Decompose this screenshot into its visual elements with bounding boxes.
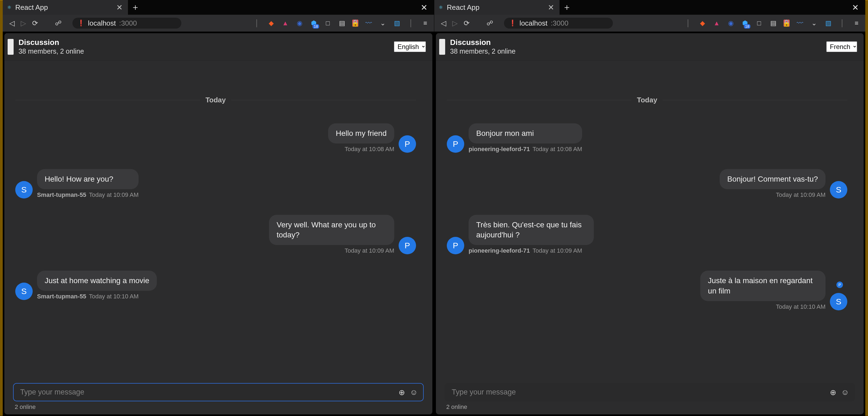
- message-meta: pioneering-leeford-71Today at 10:09 AM: [469, 247, 594, 254]
- url-host: localhost: [520, 19, 548, 28]
- hamburger-menu-button[interactable]: ≡: [422, 19, 429, 27]
- chat-header: Discussion 38 members, 2 online English: [4, 33, 432, 60]
- drag-handle-icon[interactable]: [439, 39, 445, 55]
- nav-forward-button[interactable]: ▷: [19, 18, 28, 29]
- message-meta: Today at 10:09 AM: [776, 191, 826, 198]
- close-window-button[interactable]: ✕: [421, 3, 428, 12]
- language-select[interactable]: English: [394, 41, 426, 52]
- attachment-button[interactable]: ⊕: [830, 388, 836, 397]
- drag-handle-icon[interactable]: [8, 39, 13, 55]
- vbar-icon-2: │: [839, 19, 846, 27]
- avatar[interactable]: S: [15, 283, 33, 300]
- message-bubble[interactable]: Bonjour mon ami: [469, 123, 582, 143]
- titlebar: ⚛ React App ✕ ＋ ✕: [3, 0, 434, 15]
- message-input[interactable]: [445, 384, 855, 401]
- language-select[interactable]: French: [826, 41, 857, 52]
- site-warning-icon: ❗: [509, 20, 516, 27]
- message-row: SJust at home watching a movieSmart-tupm…: [15, 270, 416, 300]
- message-author: pioneering-leeford-71: [469, 146, 530, 153]
- message-meta: Today at 10:09 AM: [345, 247, 394, 254]
- bookmark-button[interactable]: ☍: [53, 18, 63, 29]
- navbar: ◁ ▷ ⟳ ☍ ❗ localhost:3000 │ ◆ ▲ ◉ ⬢ □ ▤ 🔒…: [3, 15, 434, 32]
- browser-tab[interactable]: ⚛ React App ✕: [434, 0, 560, 15]
- picture-icon[interactable]: ▧: [825, 19, 832, 27]
- doc-icon[interactable]: ▤: [769, 19, 777, 27]
- nav-back-button[interactable]: ◁: [439, 18, 448, 29]
- avatar[interactable]: P: [447, 237, 464, 254]
- avatar[interactable]: S: [15, 181, 33, 198]
- close-tab-button[interactable]: ✕: [548, 3, 554, 12]
- triangle-icon[interactable]: ▲: [282, 19, 289, 27]
- bookmark-button[interactable]: ☍: [485, 18, 495, 29]
- url-port: :3000: [119, 19, 137, 28]
- online-count: 2 online: [13, 404, 424, 411]
- message-author: Smart-tupman-55: [37, 293, 86, 300]
- hamburger-menu-button[interactable]: ≡: [853, 19, 860, 27]
- wave-icon[interactable]: 〰: [365, 19, 372, 27]
- message-row: PBonjour mon amipioneering-leeford-71Tod…: [447, 123, 847, 153]
- tab-title: React App: [15, 3, 113, 12]
- notion-icon[interactable]: □: [755, 19, 763, 27]
- message-bubble[interactable]: Juste à la maison en regardant un film: [700, 270, 826, 301]
- vbar-icon-2: │: [407, 19, 415, 27]
- nav-forward-button[interactable]: ▷: [451, 18, 459, 29]
- new-tab-button[interactable]: ＋: [560, 0, 574, 15]
- avatar[interactable]: P: [399, 135, 416, 153]
- message-time: Today at 10:10 AM: [89, 293, 138, 300]
- shield-icon[interactable]: ◉: [296, 19, 303, 27]
- picture-icon[interactable]: ▧: [393, 19, 401, 27]
- attachment-button[interactable]: ⊕: [399, 388, 405, 397]
- site-warning-icon: ❗: [77, 20, 85, 27]
- avatar[interactable]: S: [830, 181, 847, 198]
- browser-window-left: ⚛ React App ✕ ＋ ✕ ◁ ▷ ⟳ ☍ ❗ localhost:30…: [3, 0, 434, 416]
- brave-icon[interactable]: ◆: [699, 19, 706, 27]
- url-input[interactable]: ❗ localhost:3000: [72, 18, 181, 29]
- emoji-button[interactable]: ☺: [841, 388, 849, 397]
- message-list[interactable]: Today PBonjour mon amipioneering-leeford…: [436, 60, 864, 379]
- message-time: Today at 10:09 AM: [89, 191, 138, 198]
- cube-icon[interactable]: ⬢: [741, 19, 749, 27]
- message-bubble[interactable]: Hello! How are you?: [37, 169, 138, 189]
- browser-tab[interactable]: ⚛ React App ✕: [3, 0, 128, 15]
- chat-panel: Discussion 38 members, 2 online English …: [4, 33, 432, 414]
- message-bubble[interactable]: Très bien. Qu'est-ce que tu fais aujourd…: [469, 215, 594, 245]
- doc-icon[interactable]: ▤: [338, 19, 346, 27]
- notion-icon[interactable]: □: [324, 19, 332, 27]
- shield-icon[interactable]: ◉: [727, 19, 735, 27]
- extension-icons: │ ◆ ▲ ◉ ⬢ □ ▤ 🔒 〰 ⌄ ▧ │ ≡: [253, 19, 429, 27]
- avatar[interactable]: P: [399, 237, 416, 254]
- message-time: Today at 10:09 AM: [776, 191, 826, 198]
- pocket-icon[interactable]: ⌄: [810, 19, 818, 27]
- new-tab-button[interactable]: ＋: [128, 0, 143, 15]
- message-time: Today at 10:09 AM: [533, 247, 582, 254]
- cube-icon[interactable]: ⬢: [310, 19, 317, 27]
- close-window-button[interactable]: ✕: [852, 3, 859, 12]
- url-input[interactable]: ❗ localhost:3000: [504, 18, 613, 29]
- message-bubble[interactable]: Bonjour! Comment vas-tu?: [720, 169, 826, 189]
- browser-window-right: ⚛ React App ✕ ＋ ✕ ◁ ▷ ⟳ ☍ ❗ localhost:30…: [434, 0, 865, 416]
- triangle-icon[interactable]: ▲: [713, 19, 720, 27]
- message-bubble[interactable]: Hello my friend: [328, 123, 394, 143]
- nav-back-button[interactable]: ◁: [8, 18, 16, 29]
- brave-icon[interactable]: ◆: [267, 19, 275, 27]
- lock-icon[interactable]: 🔒: [352, 20, 358, 27]
- message-list[interactable]: Today Hello my friendToday at 10:08 AMPS…: [4, 60, 432, 379]
- message-author: Smart-tupman-55: [37, 191, 86, 198]
- emoji-button[interactable]: ☺: [410, 388, 418, 397]
- lock-icon[interactable]: 🔒: [784, 20, 789, 27]
- message-bubble[interactable]: Just at home watching a movie: [37, 270, 157, 291]
- close-tab-button[interactable]: ✕: [116, 3, 123, 12]
- message-row: Very well. What are you up to today?Toda…: [15, 215, 416, 255]
- message-bubble[interactable]: Very well. What are you up to today?: [269, 215, 394, 245]
- chat-subtitle: 38 members, 2 online: [19, 47, 394, 55]
- wave-icon[interactable]: 〰: [796, 19, 804, 27]
- message-meta: Today at 10:08 AM: [345, 146, 394, 153]
- nav-reload-button[interactable]: ⟳: [30, 18, 40, 29]
- nav-reload-button[interactable]: ⟳: [462, 18, 471, 29]
- message-meta: Smart-tupman-55Today at 10:10 AM: [37, 293, 157, 300]
- message-input[interactable]: [13, 384, 423, 401]
- chat-subtitle: 38 members, 2 online: [450, 47, 826, 55]
- avatar[interactable]: S: [830, 293, 847, 310]
- pocket-icon[interactable]: ⌄: [379, 19, 386, 27]
- avatar[interactable]: P: [447, 135, 464, 153]
